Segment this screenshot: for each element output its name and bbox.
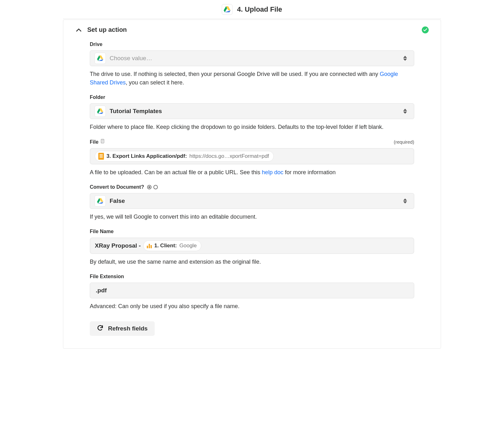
help-doc-link[interactable]: help doc [262,169,283,175]
folder-label: Folder [90,95,105,100]
step-title: 4. Upload File [237,5,282,14]
field-file: File (required) 3. Export Links Applicat… [90,139,414,177]
drive-help: The drive to use. If nothing is selected… [90,70,414,87]
convert-select[interactable]: False [90,193,414,209]
attachment-icon [100,139,105,145]
convert-value: False [110,198,125,204]
google-drive-icon [222,4,232,15]
extension-help: Advanced: Can only be used if you also s… [90,302,414,311]
google-drive-icon [94,195,106,207]
refresh-icon [97,324,104,333]
extension-value: .pdf [96,287,107,294]
action-panel: Set up action Drive Choose value… The dr… [63,20,441,349]
drive-select[interactable]: Choose value… [90,50,414,66]
extension-input[interactable]: .pdf [90,283,414,298]
field-convert: Convert to Document? False If yes, we wi… [90,184,414,221]
field-type-toggle[interactable] [147,185,158,189]
file-value-pill[interactable]: 3. Export Links Application/pdf: https:/… [95,151,274,162]
filename-label: File Name [90,229,114,234]
sort-caret-icon [403,198,407,204]
folder-select[interactable]: Tutorial Templates [90,103,414,119]
filename-prefix: XRay Proposal - [95,242,141,249]
convert-help: If yes, we will tell Google to convert t… [90,213,414,221]
filename-value-pill[interactable]: 1. Client: Google [143,240,202,251]
field-extension: File Extension .pdf Advanced: Can only b… [90,274,414,311]
folder-help: Folder where to place file. Keep clickin… [90,123,414,131]
sort-caret-icon [403,56,407,61]
status-complete-icon [422,26,429,33]
required-label: (required) [394,139,414,145]
refresh-label: Refresh fields [108,325,148,332]
drive-label: Drive [90,42,102,47]
form: Drive Choose value… The drive to use. If… [63,35,441,336]
sort-caret-icon [403,109,407,114]
filename-input[interactable]: XRay Proposal - 1. Client: Google [90,238,414,254]
folder-value: Tutorial Templates [110,108,162,115]
google-drive-icon [94,53,106,64]
section-title: Set up action [87,26,127,33]
file-input[interactable]: 3. Export Links Application/pdf: https:/… [90,148,414,164]
chevron-up-icon [75,28,82,32]
app-bars-icon [147,243,152,248]
section-header[interactable]: Set up action [63,20,441,35]
field-filename: File Name XRay Proposal - 1. Client: Goo… [90,229,414,266]
file-label: File [90,139,99,145]
radio-selected-icon [147,185,152,189]
google-drive-icon [94,106,106,117]
refresh-fields-button[interactable]: Refresh fields [90,321,155,336]
step-header: 4. Upload File [63,0,441,19]
filename-help: By default, we use the same name and ext… [90,258,414,266]
field-folder: Folder Tutorial Templates Folder where t… [90,95,414,131]
extension-label: File Extension [90,274,124,279]
drive-value: Choose value… [110,55,152,62]
convert-label: Convert to Document? [90,184,144,190]
file-help: A file to be uploaded. Can be an actual … [90,168,414,177]
radio-unselected-icon [153,185,158,189]
field-drive: Drive Choose value… The drive to use. If… [90,42,414,87]
document-icon [98,153,104,160]
